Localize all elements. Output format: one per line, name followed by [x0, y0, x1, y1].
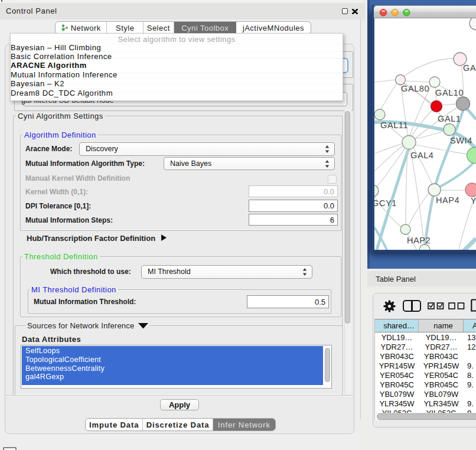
svg-text:GAL4: GAL4 [410, 151, 433, 160]
svg-text:GAL11: GAL11 [380, 120, 408, 130]
svg-text:GAL1: GAL1 [438, 114, 461, 123]
svg-text:GAL2: GAL2 [463, 63, 476, 73]
svg-text:YJ: YJ [471, 196, 476, 206]
svg-text:GCY1: GCY1 [374, 198, 397, 208]
svg-text:SWI4: SWI4 [450, 136, 472, 145]
svg-text:GAL10: GAL10 [435, 88, 464, 97]
svg-text:HAP4: HAP4 [436, 195, 459, 205]
svg-text:HAP2: HAP2 [407, 236, 431, 245]
svg-text:GAL80: GAL80 [401, 84, 429, 93]
